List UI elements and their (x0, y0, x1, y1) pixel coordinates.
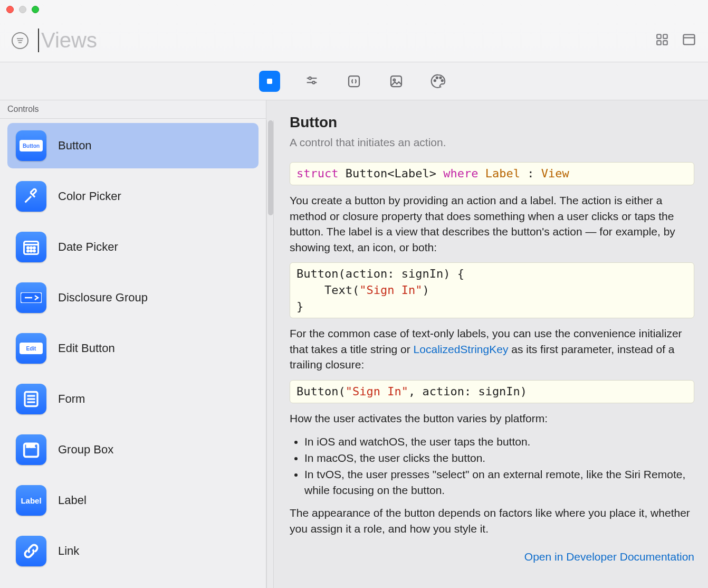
controls-list: Button Button Color Picker Date Picker (0, 119, 266, 588)
list-item-label: Disclosure Group (58, 291, 148, 305)
label-icon: Label (16, 485, 46, 516)
svg-point-26 (27, 247, 29, 249)
code-example-2: Button("Sign In", action: signIn) (290, 380, 694, 404)
list-item-disclosure-group[interactable]: Disclosure Group (7, 275, 259, 320)
svg-point-31 (34, 250, 35, 252)
detail-paragraph: You create a button by providing an acti… (290, 193, 694, 255)
zoom-window-button[interactable] (32, 6, 39, 13)
platform-list: In iOS and watchOS, the user taps the bu… (304, 434, 694, 498)
tab-modifiers[interactable] (301, 71, 322, 92)
svg-point-18 (434, 80, 436, 81)
search-bar (0, 19, 708, 62)
platform-item: In macOS, the user clicks the button. (304, 450, 694, 466)
svg-text:Box: Box (27, 443, 35, 448)
svg-point-19 (436, 77, 438, 78)
tab-media[interactable] (386, 71, 407, 92)
list-item-date-picker[interactable]: Date Picker (7, 224, 259, 270)
svg-rect-4 (663, 34, 667, 39)
search-input[interactable] (38, 29, 646, 52)
close-window-button[interactable] (6, 6, 14, 13)
open-docs-link[interactable]: Open in Developer Documentation (290, 549, 694, 564)
list-item-label: Color Picker (58, 189, 121, 203)
tab-color[interactable] (428, 71, 449, 92)
window-controls (6, 6, 39, 13)
box-icon: Box (16, 434, 46, 465)
svg-rect-7 (684, 34, 695, 44)
svg-point-17 (393, 79, 395, 81)
svg-point-30 (31, 250, 32, 252)
category-header: Controls (0, 100, 266, 119)
list-item-label[interactable]: Label Label (7, 478, 259, 523)
form-icon (16, 384, 46, 414)
svg-point-21 (442, 80, 443, 81)
list-item-label: Button (58, 139, 92, 153)
list-item-label: Label (58, 494, 87, 507)
svg-point-27 (31, 247, 32, 249)
declaration-code: struct Button<Label> where Label : View (290, 162, 694, 186)
button-thumb-icon: Button (16, 130, 46, 161)
link-icon (16, 536, 46, 566)
library-tabs (0, 62, 708, 100)
svg-text:Edit: Edit (26, 346, 37, 352)
disclosure-icon (16, 282, 46, 313)
svg-rect-15 (349, 76, 359, 87)
svg-text:Button: Button (23, 143, 40, 149)
list-item-link[interactable]: Link (7, 528, 259, 574)
svg-point-29 (27, 250, 29, 252)
library-menu-icon[interactable] (12, 32, 28, 49)
code-example-1: Button(action: signIn) { Text("Sign In")… (290, 262, 694, 318)
svg-rect-6 (663, 41, 667, 45)
detail-subtitle: A control that initiates an action. (290, 135, 694, 150)
list-item-label: Link (58, 544, 79, 558)
list-item-button[interactable]: Button Button (7, 123, 259, 168)
detail-paragraph: How the user activates the button varies… (290, 411, 694, 426)
list-item-form[interactable]: Form (7, 376, 259, 422)
titlebar (0, 0, 708, 19)
detail-paragraph: The appearance of the button depends on … (290, 505, 694, 536)
panel-view-icon[interactable] (682, 32, 696, 49)
platform-item: In tvOS, the user presses "select" on an… (304, 467, 694, 498)
list-item-edit-button[interactable]: Edit Edit Button (7, 326, 259, 371)
localized-string-key-link[interactable]: LocalizedStringKey (414, 343, 509, 355)
grid-view-icon[interactable] (655, 33, 669, 49)
svg-rect-3 (657, 34, 661, 39)
svg-rect-5 (657, 41, 661, 45)
detail-pane: Button A control that initiates an actio… (266, 100, 708, 588)
list-item-label: Form (58, 392, 85, 406)
list-item-color-picker[interactable]: Color Picker (7, 174, 259, 219)
svg-point-13 (312, 81, 315, 84)
svg-point-28 (34, 247, 35, 249)
list-item-label: Edit Button (58, 342, 115, 355)
platform-item: In iOS and watchOS, the user taps the bu… (304, 434, 694, 449)
list-item-label: Group Box (58, 443, 113, 457)
calendar-icon (16, 232, 46, 262)
svg-point-11 (309, 77, 311, 79)
minimize-window-button[interactable] (19, 6, 26, 13)
tab-snippets[interactable] (343, 71, 365, 92)
detail-title: Button (290, 112, 694, 132)
svg-rect-9 (267, 79, 272, 84)
list-item-label: Date Picker (58, 240, 118, 254)
sidebar-scroll-thumb[interactable] (268, 120, 273, 215)
svg-point-20 (439, 77, 441, 78)
sidebar-scrollbar[interactable] (266, 120, 274, 588)
list-item-group-box[interactable]: Box Group Box (7, 427, 259, 472)
eyedropper-icon (16, 181, 46, 212)
edit-button-icon: Edit (16, 333, 46, 364)
detail-paragraph: For the common case of text-only labels,… (290, 326, 694, 372)
tab-views[interactable] (259, 71, 280, 92)
controls-sidebar: Controls Button Button Color Picker (0, 100, 266, 588)
